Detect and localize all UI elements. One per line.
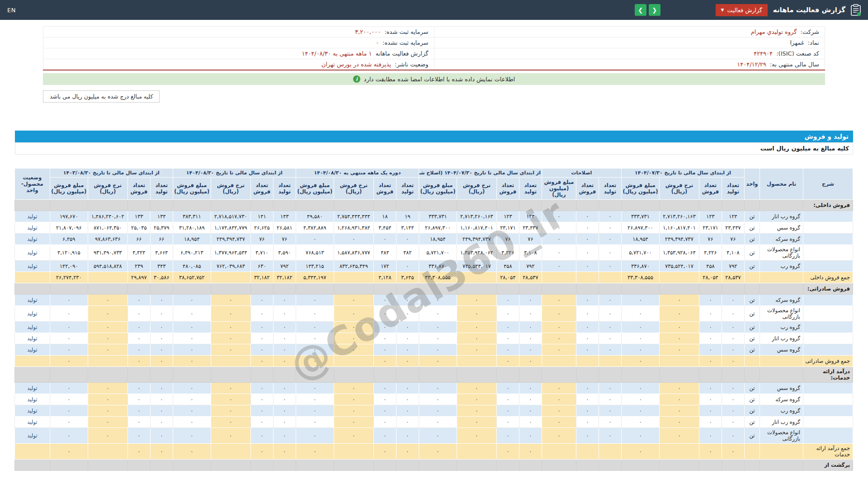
amounts-note-box: کلیه مبالغ درج شده به میلیون ریال می باش…: [43, 90, 160, 103]
cell-value: [334, 272, 373, 283]
col-group-header: از ابتدای سال مالی تا تاریخ ۱۴۰۴/۰۷/۳۰: [621, 169, 744, 178]
cell-value: ۰: [396, 333, 419, 344]
cell-value: ۳,۶۴۵: [396, 272, 419, 283]
cell-value: ۰: [621, 295, 659, 306]
cell-value: ۳۴۳: [150, 261, 173, 272]
cell-value: ۰: [373, 356, 396, 367]
cell-value: ۰: [660, 417, 699, 428]
cell-value: ۰: [519, 295, 542, 306]
cell-value: ۰: [599, 394, 621, 405]
cell-value: ۰: [542, 295, 576, 306]
cell-empty: [50, 367, 88, 383]
cell-empty: [50, 460, 88, 471]
cell-empty: [373, 460, 396, 471]
next-report-button[interactable]: ❯: [635, 4, 646, 16]
cell-value: ۰: [296, 444, 334, 460]
cell-empty: [745, 367, 760, 383]
table-row: انواع محصولات بازرگانیتن۰۰۰۰۰۰۰۰۰۰۰۰۰۰۰۰…: [14, 306, 853, 322]
cell-sharh: [803, 234, 853, 245]
prev-report-button[interactable]: ❮: [649, 4, 660, 16]
cell-value: ۱۴۳: [273, 211, 296, 222]
cell-empty: [334, 367, 373, 383]
cell-empty: [760, 200, 803, 211]
cell-value: ۰: [127, 383, 150, 394]
cell-status: تولید: [14, 333, 50, 344]
info-label: وضعیت ناشر:: [393, 61, 429, 68]
cell-value: ۰: [127, 322, 150, 333]
cell-value: ۲۸,۰۵۴: [496, 272, 519, 283]
cell-value: ۰: [173, 333, 211, 344]
cell-value: ۴,۷۱۰: [250, 245, 273, 261]
cell-unit: تن: [745, 295, 760, 306]
cell-value: ۳۲,۱۸۲: [250, 272, 273, 283]
cell-value: ۰: [419, 306, 457, 322]
cell-empty: [660, 283, 699, 295]
cell-value: ۰: [50, 405, 88, 417]
cell-empty: [621, 200, 659, 211]
cell-value: ۰: [621, 405, 659, 417]
cell-value: ۱۲۳: [699, 211, 722, 222]
cell-value: ۰: [722, 322, 745, 333]
cell-value: ۰: [699, 394, 722, 405]
report-type-button[interactable]: گزارش فعالیت ▼: [716, 4, 768, 16]
language-toggle[interactable]: EN: [7, 7, 16, 14]
cell-unit: تن: [745, 417, 760, 428]
company-info-cell: سرمایه ثبت نشده: ۰: [43, 38, 434, 48]
cell-value: ۰: [621, 344, 659, 356]
cell-value: ۰: [296, 234, 334, 245]
cell-empty: [542, 200, 576, 211]
cell-empty: [150, 460, 173, 471]
cell-value: ۰: [519, 444, 542, 460]
cell-value: ۰: [211, 383, 250, 394]
cell-sharh: [803, 211, 853, 222]
sum-row: جمع فروش داخلی۲۸,۵۳۷۲۸,۰۵۴۳۳,۳۰۸,۵۵۵۲۸,۵…: [14, 272, 853, 283]
cell-value: ۰: [250, 322, 273, 333]
cell-value: ۰: [373, 234, 396, 245]
cell-value: ۱,۳۵۳,۹۲۸,۰۶۴: [660, 245, 699, 261]
cell-empty: [250, 367, 273, 383]
cell-value: ۰: [250, 417, 273, 428]
report-type-button-label: گزارش فعالیت: [727, 7, 762, 14]
cell-empty: [699, 283, 722, 295]
company-info: شرکت: گروه توليدي مهرامسرمایه ثبت شده: ۳…: [43, 26, 825, 70]
cell-value: ۱۴۱: [250, 211, 273, 222]
cell-value: ۰: [621, 383, 659, 394]
cell-value: ۰: [334, 417, 373, 428]
cell-product: گروه سرکه: [760, 295, 803, 306]
cell-value: ۰: [599, 245, 621, 261]
cell-empty: [273, 283, 296, 295]
cell-unit: تن: [745, 333, 760, 344]
cell-status: تولید: [14, 234, 50, 245]
cell-value: [576, 272, 599, 283]
cell-value: ۰: [50, 383, 88, 394]
cell-value: ۰: [50, 344, 88, 356]
cell-value: ۰: [599, 295, 621, 306]
report-icon: [851, 4, 861, 16]
cell-value: ۰: [50, 444, 88, 460]
cell-value: ۰: [50, 322, 88, 333]
cell-sharh: [803, 222, 853, 234]
cell-empty: [722, 283, 745, 295]
cell-value: ۱۷۲: [373, 261, 396, 272]
cell-empty: [722, 367, 745, 383]
cell-sharh: جمع فروش داخلی: [803, 272, 853, 283]
cell-value: ۰: [576, 261, 599, 272]
cell-value: ۰: [150, 428, 173, 444]
cell-value: ۰: [50, 394, 88, 405]
cell-value: ۰: [334, 394, 373, 405]
cell-value: ۴,۲۲۶: [496, 245, 519, 261]
cell-value: ۰: [296, 394, 334, 405]
cell-empty: [14, 283, 50, 295]
cell-sharh: درآمد ارائه خدمات:: [803, 367, 853, 383]
cell-value: ۰: [542, 333, 576, 344]
cell-value: [660, 356, 699, 367]
cell-value: ۰: [373, 394, 396, 405]
cell-value: ۰: [273, 428, 296, 444]
signature-match-banner: اطلاعات نمایش داده شده با اطلاعات امضا ش…: [43, 73, 825, 85]
table-row: گروه سرکهتن۰۰۰۰۰۰۰۰۰۰۰۰۰۰۰۰۰۰۰۰۰۰۰تولید: [14, 394, 853, 405]
cell-status: تولید: [14, 295, 50, 306]
cell-value: ۸۳۲,۶۴۵,۳۴۹: [334, 261, 373, 272]
cell-value: ۰: [173, 394, 211, 405]
cell-status: [14, 356, 50, 367]
cell-value: ۰: [250, 444, 273, 460]
